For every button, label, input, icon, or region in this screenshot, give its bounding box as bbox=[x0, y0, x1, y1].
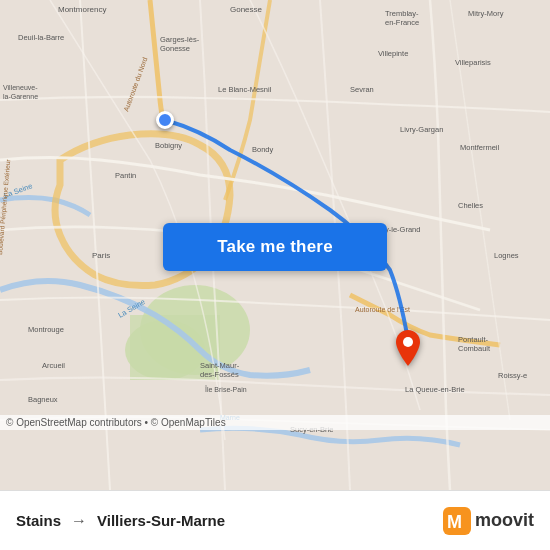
svg-text:Arcueil: Arcueil bbox=[42, 361, 65, 370]
copyright-text: © OpenStreetMap contributors • © OpenMap… bbox=[6, 417, 226, 428]
svg-text:Pontault-: Pontault- bbox=[458, 335, 489, 344]
svg-point-46 bbox=[403, 337, 413, 347]
svg-text:Montrouge: Montrouge bbox=[28, 325, 64, 334]
svg-text:des-Fossés: des-Fossés bbox=[200, 370, 239, 379]
svg-text:en-France: en-France bbox=[385, 18, 419, 27]
svg-text:Deuil-la-Barre: Deuil-la-Barre bbox=[18, 33, 64, 42]
svg-text:La Queue-en-Brie: La Queue-en-Brie bbox=[405, 385, 465, 394]
copyright-bar: © OpenStreetMap contributors • © OpenMap… bbox=[0, 415, 550, 430]
bottom-bar: Stains → Villiers-Sur-Marne M moovit bbox=[0, 490, 550, 550]
svg-text:Villeparisis: Villeparisis bbox=[455, 58, 491, 67]
moovit-logo-label: moovit bbox=[475, 510, 534, 531]
svg-text:Lognes: Lognes bbox=[494, 251, 519, 260]
svg-text:Livry-Gargan: Livry-Gargan bbox=[400, 125, 443, 134]
svg-text:Combault: Combault bbox=[458, 344, 491, 353]
svg-text:Chelles: Chelles bbox=[458, 201, 483, 210]
take-me-there-button[interactable]: Take me there bbox=[163, 223, 387, 271]
destination-label: Villiers-Sur-Marne bbox=[97, 512, 225, 529]
map-container: Montmorency Gonesse Tremblay- en-France … bbox=[0, 0, 550, 490]
destination-marker bbox=[396, 330, 420, 370]
svg-text:la-Garenne: la-Garenne bbox=[3, 93, 38, 100]
svg-text:Garges-lès-: Garges-lès- bbox=[160, 35, 200, 44]
svg-text:Île Brise-Pain: Île Brise-Pain bbox=[204, 385, 247, 393]
svg-text:Pantin: Pantin bbox=[115, 171, 136, 180]
svg-text:M: M bbox=[447, 512, 462, 532]
svg-text:Bondy: Bondy bbox=[252, 145, 274, 154]
svg-text:Paris: Paris bbox=[92, 251, 110, 260]
svg-text:Gonesse: Gonesse bbox=[160, 44, 190, 53]
svg-text:Tremblay-: Tremblay- bbox=[385, 9, 419, 18]
svg-text:Villepinte: Villepinte bbox=[378, 49, 408, 58]
svg-text:Mitry-Mory: Mitry-Mory bbox=[468, 9, 504, 18]
svg-text:Villeneuve-: Villeneuve- bbox=[3, 84, 38, 91]
svg-text:Saint-Maur-: Saint-Maur- bbox=[200, 361, 240, 370]
origin-marker bbox=[156, 111, 174, 129]
moovit-logo: M moovit bbox=[443, 507, 534, 535]
origin-label: Stains bbox=[16, 512, 61, 529]
svg-text:Montmorency: Montmorency bbox=[58, 5, 106, 14]
svg-text:Gonesse: Gonesse bbox=[230, 5, 263, 14]
svg-text:Le Blanc-Mesnil: Le Blanc-Mesnil bbox=[218, 85, 272, 94]
svg-text:Roissy-e: Roissy-e bbox=[498, 371, 527, 380]
svg-text:Montfermeil: Montfermeil bbox=[460, 143, 500, 152]
arrow-icon: → bbox=[71, 512, 87, 530]
svg-text:Bagneux: Bagneux bbox=[28, 395, 58, 404]
moovit-icon: M bbox=[443, 507, 471, 535]
svg-text:Sevran: Sevran bbox=[350, 85, 374, 94]
svg-text:Bobigny: Bobigny bbox=[155, 141, 182, 150]
